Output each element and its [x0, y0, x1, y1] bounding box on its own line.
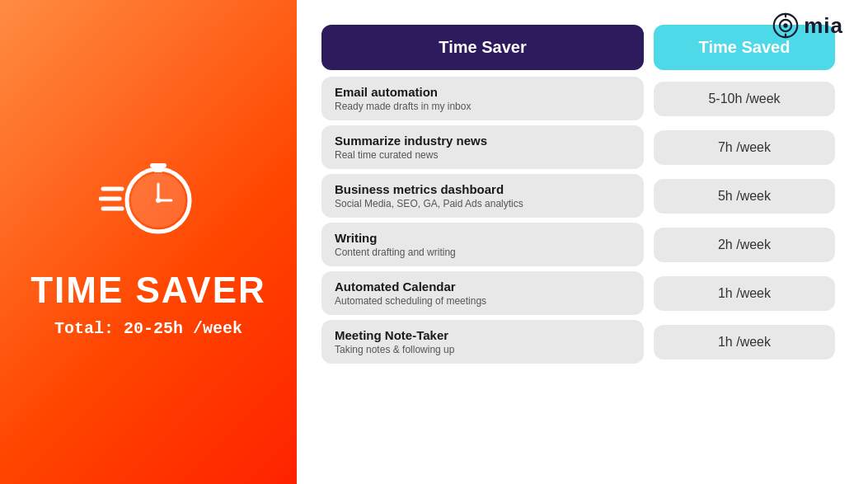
right-panel: mia Time Saver Time Saved Email automati…	[297, 0, 868, 484]
row-title-email-automation: Email automation	[335, 85, 631, 99]
left-panel: TIME SAVER Total: 20-25h /week	[0, 0, 297, 484]
table-row: Summarize industry news Real time curate…	[321, 125, 835, 169]
row-value-meeting-note-taker: 1h /week	[654, 325, 835, 359]
row-label-writing: Writing Content drafting and writing	[321, 223, 644, 266]
row-subtitle-meeting-note-taker: Taking notes & following up	[335, 344, 631, 355]
table-rows: Email automation Ready made drafts in my…	[321, 77, 835, 364]
svg-point-12	[784, 23, 788, 27]
table-row: Writing Content drafting and writing 2h …	[321, 223, 835, 266]
row-label-summarize-news: Summarize industry news Real time curate…	[321, 125, 644, 169]
row-value-summarize-news: 7h /week	[654, 130, 835, 165]
svg-rect-6	[150, 163, 167, 167]
row-label-business-metrics: Business metrics dashboard Social Media,…	[321, 174, 644, 218]
row-title-writing: Writing	[335, 231, 631, 245]
row-title-meeting-note-taker: Meeting Note-Taker	[335, 328, 631, 342]
row-value-email-automation: 5-10h /week	[654, 82, 835, 116]
row-title-business-metrics: Business metrics dashboard	[335, 182, 631, 196]
logo-icon	[772, 12, 799, 39]
row-subtitle-business-metrics: Social Media, SEO, GA, Paid Ads analytic…	[335, 198, 631, 209]
logo-text: mia	[804, 13, 843, 39]
row-subtitle-automated-calendar: Automated scheduling of meetings	[335, 295, 631, 307]
row-value-automated-calendar: 1h /week	[654, 276, 835, 311]
stopwatch-icon	[99, 146, 198, 245]
row-label-email-automation: Email automation Ready made drafts in my…	[321, 77, 644, 120]
row-subtitle-email-automation: Ready made drafts in my inbox	[335, 101, 631, 112]
logo: mia	[772, 12, 843, 39]
row-subtitle-writing: Content drafting and writing	[335, 247, 631, 258]
row-title-automated-calendar: Automated Calendar	[335, 280, 631, 294]
row-label-automated-calendar: Automated Calendar Automated scheduling …	[321, 271, 644, 315]
svg-point-9	[156, 198, 161, 203]
table-row: Meeting Note-Taker Taking notes & follow…	[321, 320, 835, 364]
row-value-writing: 2h /week	[654, 228, 835, 262]
header-time-saver: Time Saver	[321, 25, 644, 70]
row-value-business-metrics: 5h /week	[654, 179, 835, 214]
row-label-meeting-note-taker: Meeting Note-Taker Taking notes & follow…	[321, 320, 644, 364]
table-header: Time Saver Time Saved	[321, 25, 835, 70]
row-subtitle-summarize-news: Real time curated news	[335, 149, 631, 161]
table-row: Email automation Ready made drafts in my…	[321, 77, 835, 120]
table-row: Business metrics dashboard Social Media,…	[321, 174, 835, 218]
row-title-summarize-news: Summarize industry news	[335, 134, 631, 148]
table-row: Automated Calendar Automated scheduling …	[321, 271, 835, 315]
table-container: Time Saver Time Saved Email automation R…	[321, 25, 835, 468]
total-label: Total: 20-25h /week	[54, 319, 242, 338]
page-title: TIME SAVER	[30, 270, 266, 311]
